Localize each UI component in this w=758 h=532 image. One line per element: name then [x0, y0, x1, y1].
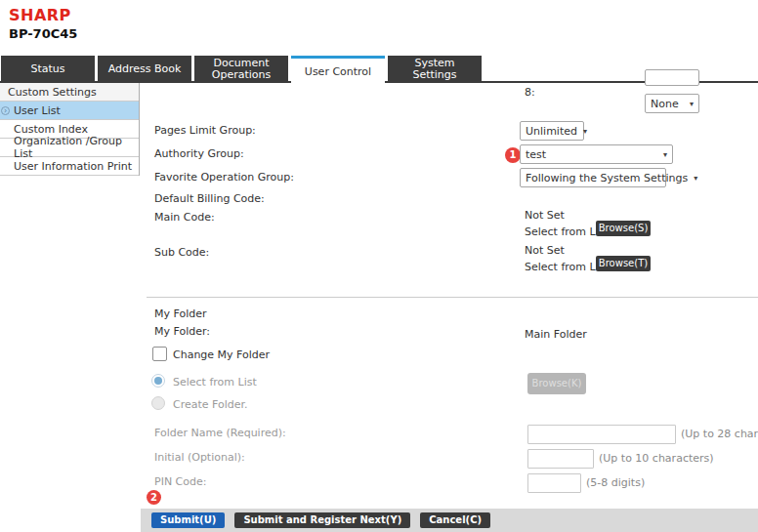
my-folder-value: Main Folder	[525, 328, 587, 341]
browse-k-button[interactable]: Browse(K)	[527, 373, 586, 394]
initial-hint: (Up to 10 characters)	[599, 452, 714, 465]
submit-and-register-next-button[interactable]: Submit and Register Next(Y)	[234, 512, 410, 528]
sub-code-label: Sub Code:	[154, 246, 209, 259]
sidebar-item-label: User Information Print	[14, 160, 132, 173]
sidebar-item-organization-group-list[interactable]: Organization /Group List	[0, 139, 139, 157]
folder-name-input[interactable]	[527, 425, 676, 444]
row-8-label: 8:	[525, 86, 535, 99]
create-folder-radio[interactable]	[151, 396, 165, 410]
main-code-status: Not Set	[525, 209, 565, 222]
pages-limit-group-select[interactable]: Unlimited ▾	[520, 121, 584, 141]
section-divider	[147, 297, 758, 298]
favorite-operation-group-select[interactable]: Following the System Settings ▾	[520, 168, 666, 187]
sidebar-item-label: User List	[14, 104, 61, 117]
authority-group-value: test	[526, 148, 546, 161]
action-bar: Submit(U) Submit and Register Next(Y) Ca…	[141, 509, 758, 532]
pages-limit-group-value: Unlimited	[526, 125, 577, 138]
model-name: BP-70C45	[9, 26, 77, 41]
tab-document-operations[interactable]: Document Operations	[194, 56, 288, 82]
sub-code-status: Not Set	[525, 244, 565, 257]
my-folder-label: My Folder:	[154, 325, 210, 338]
sidebar-item-user-list[interactable]: › User List	[0, 102, 139, 120]
pin-code-label: PIN Code:	[154, 475, 206, 488]
sharp-logo: SHARP	[9, 6, 71, 24]
change-my-folder-checkbox[interactable]	[152, 347, 167, 361]
browse-t-button[interactable]: Browse(T)	[596, 256, 651, 271]
step-badge-2: 2	[147, 490, 161, 505]
pages-limit-group-label: Pages Limit Group:	[154, 124, 256, 137]
submit-button[interactable]: Submit(U)	[151, 512, 225, 528]
favorite-operation-group-value: Following the System Settings	[526, 172, 688, 184]
change-my-folder-label: Change My Folder	[173, 348, 270, 361]
dropdown-caret-icon: ▾	[583, 127, 587, 136]
folder-name-label: Folder Name (Required):	[154, 427, 286, 439]
pin-code-hint: (5-8 digits)	[586, 476, 645, 489]
main-code-label: Main Code:	[154, 211, 215, 224]
cancel-button[interactable]: Cancel(C)	[420, 512, 490, 528]
initial-input[interactable]	[527, 449, 594, 469]
row-8-select-value: None	[651, 98, 679, 110]
select-from-list-radio[interactable]	[151, 374, 165, 388]
favorite-operation-group-label: Favorite Operation Group:	[154, 171, 294, 184]
sidebar-header: Custom Settings	[0, 83, 139, 102]
dropdown-caret-icon: ▾	[663, 150, 667, 159]
folder-name-hint: (Up to 28 characters)	[681, 428, 758, 440]
dropdown-caret-icon: ▾	[690, 100, 694, 108]
sidebar-item-label: Custom Index	[14, 123, 88, 136]
browse-s-button[interactable]: Browse(S)	[596, 221, 651, 236]
pin-code-input[interactable]	[527, 473, 581, 493]
page: SHARP BP-70C45 Status Address Book Docum…	[0, 0, 758, 532]
default-billing-code-title: Default Billing Code:	[154, 192, 265, 205]
cutoff-select[interactable]	[645, 69, 699, 86]
authority-group-label: Authority Group:	[154, 147, 244, 160]
tab-status[interactable]: Status	[1, 56, 95, 82]
step-badge-1: 1	[505, 147, 521, 163]
create-folder-radio-label: Create Folder.	[173, 398, 248, 411]
sidebar: Custom Settings › User List Custom Index…	[0, 83, 140, 176]
authority-group-select[interactable]: test ▾	[520, 144, 673, 164]
dropdown-caret-icon: ▾	[694, 174, 697, 183]
tab-list: Status Address Book Document Operations …	[1, 56, 484, 86]
main-content: 8: None ▾ Pages Limit Group: Unlimited ▾…	[141, 83, 758, 532]
tab-system-settings[interactable]: System Settings	[388, 56, 482, 82]
chevron-circle-icon: ›	[1, 106, 10, 115]
row-8-select[interactable]: None ▾	[645, 94, 699, 113]
tab-address-book[interactable]: Address Book	[98, 56, 191, 82]
select-from-list-radio-label: Select from List	[173, 376, 257, 389]
my-folder-title: My Folder	[154, 307, 207, 320]
tab-user-control[interactable]: User Control	[291, 56, 385, 86]
initial-label: Initial (Optional):	[154, 451, 245, 464]
sidebar-item-user-information-print[interactable]: User Information Print	[0, 157, 139, 176]
